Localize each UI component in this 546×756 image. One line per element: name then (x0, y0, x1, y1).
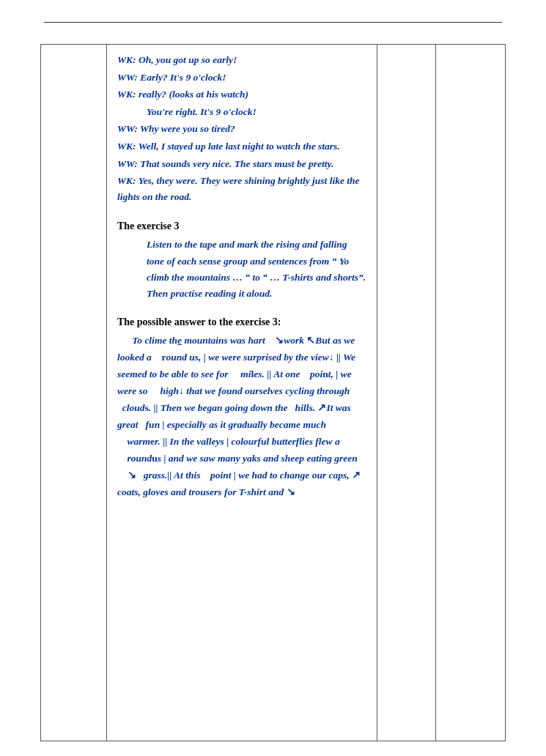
possible-answer-section: The possible answer to the exercise 3: T… (117, 316, 366, 500)
dialogue-line-wk3: WK: Well, I stayed up late last night to… (117, 138, 366, 155)
exercise3-section: The exercise 3 Listen to the tape and ma… (117, 220, 366, 302)
possible-answer-title: The possible answer to the exercise 3: (117, 316, 366, 328)
dialogue-line-wk4: WK: Yes, they were. They were shining br… (117, 173, 366, 204)
main-text-area: WK: Oh, you got up so early! WW: Early? … (106, 44, 377, 741)
exercise3-body: Listen to the tape and mark the rising a… (117, 237, 366, 302)
left-margin-column (40, 44, 106, 741)
page-layout: WK: Oh, you got up so early! WW: Early? … (40, 44, 506, 741)
right-column-1 (377, 44, 436, 741)
dialogue-line-ww3: WW: That sounds very nice. The stars mus… (117, 156, 366, 172)
dialogue-line-ww2: WW: Why were you so tired? (117, 121, 366, 137)
dialogue-line-wk1: WK: Oh, you got up so early! (117, 52, 366, 68)
dialogue-section: WK: Oh, you got up so early! WW: Early? … (117, 52, 366, 204)
top-rule (44, 22, 502, 23)
possible-answer-body: To clime the mountains was hart ↘work ↖B… (117, 333, 366, 500)
exercise3-title: The exercise 3 (117, 220, 366, 232)
gap1 (117, 206, 366, 220)
gap2 (117, 302, 366, 316)
right-column-2 (436, 44, 506, 741)
dialogue-line-ww1: WW: Early? It's 9 o'clock! (117, 70, 366, 86)
dialogue-line-wk2b: You're right. It's 9 o'clock! (117, 104, 366, 120)
dialogue-line-wk2: WK: really? (looks at his watch) (117, 86, 366, 103)
